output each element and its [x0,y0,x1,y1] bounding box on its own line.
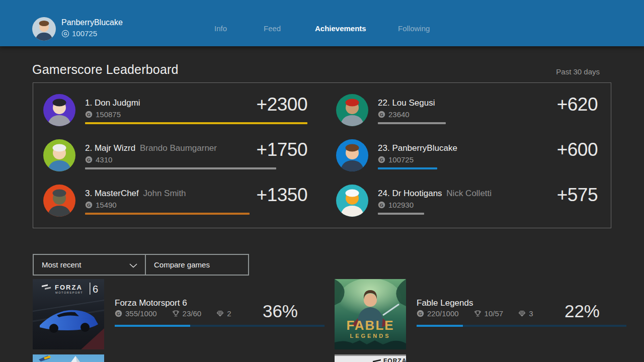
svg-text:LEGENDS: LEGENDS [350,333,390,339]
gain-bar [85,167,276,169]
entry-name: 23. PanberryBlucake [378,143,459,153]
entry-name: 22. Lou Segusi [378,98,437,108]
gamerscore-icon: G [115,310,122,317]
avatar-person-icon [336,139,368,171]
leaderboard-entry-1[interactable]: 1. Don Judgmi G 150875 +2300 [43,93,307,127]
forza-6-box-art: FORZA MOTORSPORT 6 [33,279,104,349]
header-gamerscore: 100725 [72,29,97,38]
leaderboard-entry-22[interactable]: 22. Lou Segusi G 23640 +620 [336,93,600,127]
avatar [43,185,75,217]
gamerscore-icon: G [378,156,385,163]
gain-value: +600 [557,139,598,160]
svg-text:FORZA: FORZA [383,357,406,362]
game-tile-partial-left[interactable] [33,354,104,362]
gamerscore-icon: G [61,30,69,38]
entry-gamerscore: 23640 [388,110,410,119]
svg-text:FABLE: FABLE [346,318,394,333]
gamerscore-icon: G [378,111,385,118]
svg-text:G: G [380,157,383,162]
leaderboard-entry-24[interactable]: 24. Dr Hootigans Nick Colletti G 102930 … [336,184,600,218]
svg-text:G: G [87,203,91,208]
tab-feed[interactable]: Feed [264,24,281,33]
compare-games-button[interactable]: Compare games [145,254,249,276]
leaderboard-entry-3[interactable]: 3. MasterChef John Smith G 15490 +1350 [43,184,307,218]
avatar-person-icon [43,139,75,171]
trophy-icon [172,310,180,317]
gain-bar [85,122,307,124]
avatar [336,94,368,126]
svg-text:G: G [63,31,67,36]
gain-value: +1750 [257,139,307,160]
compare-games-label: Compare games [154,260,210,269]
svg-text:G: G [380,203,383,208]
gamerscore-icon: G [85,201,93,209]
gamerscore-icon: G [378,201,385,209]
svg-text:MOTORSPORT: MOTORSPORT [55,291,83,294]
gain-value: +620 [557,94,598,115]
avatar-owl-icon [336,185,368,217]
avatar [336,139,368,171]
avatar-person-icon [32,17,56,41]
gain-bar [378,213,424,215]
game-completion-percent: 22% [565,301,600,321]
gem-icon [216,310,224,317]
leaderboard-entry-23[interactable]: 23. PanberryBlucake G 100725 +600 [336,138,600,172]
gamerscore-icon: G [85,156,93,163]
svg-text:6: 6 [93,284,98,295]
entry-gamerscore: 100725 [388,155,414,164]
avatar-person-icon [43,94,75,126]
tab-following[interactable]: Following [398,24,430,33]
game-progress-bar [417,325,626,327]
game-tile-forza-6[interactable]: FORZA MOTORSPORT 6 Forza Motorsport 6 G … [33,279,325,349]
svg-text:G: G [380,112,383,117]
tab-info[interactable]: Info [214,24,227,33]
profile-header: PanberryBlucake G 100725 Info Feed Achie… [0,0,644,46]
avatar [43,94,75,126]
page-title: Gamerscore Leaderboard [32,62,179,77]
leaderboard-period: Past 30 days [556,67,600,76]
profile-avatar [32,17,56,41]
entry-gamerscore: 150875 [96,110,121,119]
sort-dropdown-value: Most recent [42,260,81,269]
entry-gamerscore: 15490 [96,201,117,209]
entry-gamerscore: 4310 [96,155,112,164]
gamerscore-leaderboard-panel: 1. Don Judgmi G 150875 +2300 [33,82,611,228]
avatar [336,185,368,217]
game-gamerscore: 355/1000 [125,309,157,318]
svg-text:G: G [87,112,91,117]
leaderboard-entry-2[interactable]: 2. Majr Wizrd Brando Baumgarner G 4310 +… [43,138,307,172]
game-achievements: 23/60 [183,309,202,318]
entry-name: 1. Don Judgmi [85,98,142,108]
game-challenges: 2 [227,309,231,318]
game-achievements: 10/57 [485,309,504,318]
entry-gamerscore: 102930 [388,201,414,209]
svg-text:G: G [117,311,120,316]
fable-legends-box-art: FABLE LEGENDS [335,279,406,349]
tab-achievements[interactable]: Achievements [315,24,366,33]
avatar-person-icon [336,94,368,126]
game-progress-fill [417,325,463,327]
gem-icon [518,310,526,317]
game-tile-partial-right[interactable]: FORZA [335,354,406,362]
game-completion-percent: 36% [263,301,298,321]
avatar-person-icon [43,185,75,217]
gain-bar [378,167,437,169]
game-gamerscore: 220/1000 [427,309,459,318]
gamerscore-icon: G [85,111,93,118]
trophy-icon [474,310,481,317]
game-tile-fable-legends[interactable]: FABLE LEGENDS Fable Legends G 220/1000 1… [335,279,626,349]
chevron-down-icon [129,263,137,268]
entry-name: 24. Dr Hootigans Nick Colletti [378,189,492,199]
game-progress-fill [115,325,190,327]
gain-bar [378,122,446,124]
svg-text:G: G [419,311,422,316]
svg-text:FORZA: FORZA [55,284,83,291]
game-challenges: 3 [529,309,533,318]
gamertag: PanberryBlucake [61,18,123,27]
entry-name: 3. MasterChef John Smith [85,189,186,199]
game-progress-bar [115,325,325,327]
sort-dropdown[interactable]: Most recent [33,254,146,276]
gain-value: +2300 [257,94,307,115]
gain-bar [85,213,250,215]
avatar [43,139,75,171]
